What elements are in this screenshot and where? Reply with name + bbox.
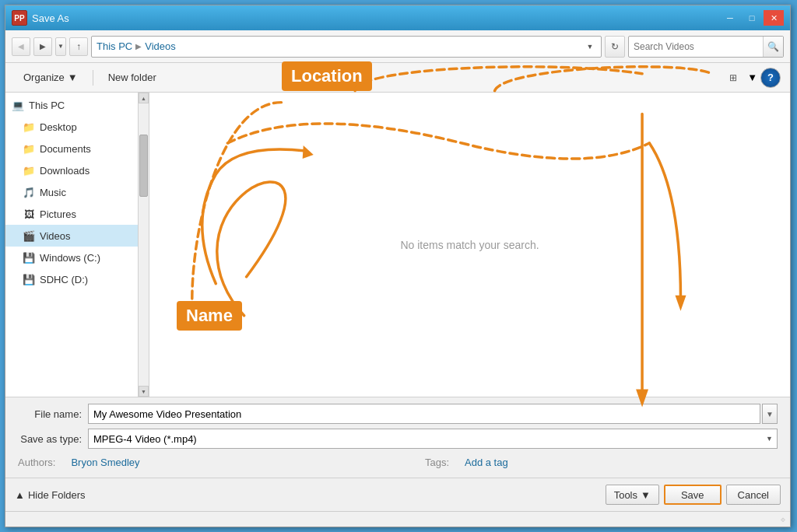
view-toggle-button[interactable]: ⊞ bbox=[722, 68, 744, 88]
resize-grip: ⟐ bbox=[781, 515, 785, 523]
title-bar-left: PP Save As bbox=[12, 10, 69, 26]
toolbar-right: ⊞ ▼ ? bbox=[722, 68, 781, 88]
cancel-button[interactable]: Cancel bbox=[726, 485, 781, 505]
maximize-button[interactable]: □ bbox=[742, 10, 762, 26]
hide-folders-button[interactable]: ▲ Hide Folders bbox=[15, 489, 86, 501]
forward-button[interactable]: ▶ bbox=[33, 37, 52, 56]
minimize-button[interactable]: ─ bbox=[720, 10, 740, 26]
sidebar-label-windows-c: Windows (C:) bbox=[40, 252, 100, 264]
title-controls: ─ □ ✕ bbox=[720, 10, 784, 26]
savetype-dropdown-wrapper: MPEG-4 Video (*.mp4) ▼ bbox=[88, 429, 778, 449]
empty-message: No items match your search. bbox=[400, 239, 539, 251]
scrollbar-thumb[interactable] bbox=[139, 135, 148, 197]
sidebar-label-sdhc-d: SDHC (D:) bbox=[40, 274, 88, 285]
app-icon: PP bbox=[12, 10, 27, 26]
refresh-button[interactable]: ↻ bbox=[605, 36, 625, 58]
hide-folders-arrow-icon: ▲ bbox=[15, 489, 25, 501]
sidebar-item-this-pc[interactable]: 💻 This PC bbox=[5, 94, 138, 116]
tools-button[interactable]: Tools ▼ bbox=[606, 485, 659, 505]
authors-value[interactable]: Bryon Smedley bbox=[71, 457, 139, 468]
save-button[interactable]: Save bbox=[664, 485, 722, 505]
sidebar-item-windows-c[interactable]: 💾 Windows (C:) bbox=[5, 247, 138, 268]
organize-dropdown-icon: ▼ bbox=[68, 72, 78, 83]
savetype-row: Save as type: MPEG-4 Video (*.mp4) ▼ bbox=[18, 429, 778, 449]
action-bar: ▲ Hide Folders Tools ▼ Save Cancel bbox=[5, 478, 790, 511]
file-area: No items match your search. bbox=[149, 93, 790, 397]
close-button[interactable]: ✕ bbox=[764, 10, 784, 26]
dialog-title: Save As bbox=[32, 12, 69, 24]
tools-label: Tools bbox=[614, 489, 637, 501]
sidebar-item-documents[interactable]: 📁 Documents bbox=[5, 138, 138, 159]
sidebar-item-videos[interactable]: 🎬 Videos bbox=[5, 225, 138, 247]
save-as-dialog: PP Save As ─ □ ✕ ◀ ▶ ▼ ↑ This PC ▶ Video… bbox=[5, 5, 791, 527]
help-button[interactable]: ? bbox=[760, 68, 781, 88]
music-icon: 🎵 bbox=[23, 186, 35, 198]
breadcrumb-separator-1: ▶ bbox=[135, 42, 142, 51]
pictures-icon: 🖼 bbox=[23, 208, 35, 220]
bottom-panel: File name: ▼ Save as type: MPEG-4 Video … bbox=[5, 397, 790, 478]
filename-row: File name: ▼ bbox=[18, 404, 778, 424]
breadcrumb: This PC ▶ Videos ▼ bbox=[91, 36, 602, 58]
breadcrumb-videos[interactable]: Videos bbox=[145, 40, 176, 52]
tags-value[interactable]: Add a tag bbox=[465, 457, 508, 468]
status-bar: ⟐ bbox=[5, 511, 790, 527]
svg-marker-1 bbox=[303, 145, 314, 159]
sidebar-scrollbar[interactable]: ▲ ▼ bbox=[138, 93, 149, 397]
filename-dropdown-arrow[interactable]: ▼ bbox=[762, 404, 778, 424]
search-input[interactable] bbox=[629, 41, 763, 52]
breadcrumb-dropdown[interactable]: ▼ bbox=[584, 40, 596, 54]
sidebar-label-music: Music bbox=[40, 187, 66, 198]
sidebar-label-documents: Documents bbox=[40, 143, 91, 155]
title-bar: PP Save As ─ □ ✕ bbox=[5, 5, 790, 30]
filename-label: File name: bbox=[18, 408, 88, 420]
windows-c-icon: 💾 bbox=[23, 251, 35, 264]
toolbar: Organize ▼ New folder ⊞ ▼ ? bbox=[5, 63, 790, 93]
videos-icon: 🎬 bbox=[23, 229, 35, 242]
desktop-icon: 📁 bbox=[23, 121, 35, 133]
sidebar-item-sdhc-d[interactable]: 💾 SDHC (D:) bbox=[5, 268, 138, 290]
address-bar: ◀ ▶ ▼ ↑ This PC ▶ Videos ▼ ↻ 🔍 bbox=[5, 30, 790, 63]
tools-dropdown-icon: ▼ bbox=[641, 489, 651, 501]
hide-folders-label: Hide Folders bbox=[28, 489, 86, 501]
toolbar-separator bbox=[93, 70, 93, 86]
search-icon: 🔍 bbox=[767, 41, 779, 52]
search-box: 🔍 bbox=[628, 36, 784, 58]
sidebar-label-videos: Videos bbox=[40, 230, 71, 242]
sidebar-item-music[interactable]: 🎵 Music bbox=[5, 181, 138, 203]
authors-label: Authors: bbox=[18, 457, 55, 468]
downloads-icon: 📁 bbox=[23, 164, 35, 177]
svg-marker-0 bbox=[675, 296, 686, 311]
sidebar: 💻 This PC 📁 Desktop 📁 Documents 📁 Downlo… bbox=[5, 93, 138, 397]
breadcrumb-this-pc[interactable]: This PC bbox=[97, 40, 132, 52]
up-button[interactable]: ↑ bbox=[69, 37, 88, 56]
search-button[interactable]: 🔍 bbox=[763, 37, 783, 57]
sidebar-item-downloads[interactable]: 📁 Downloads bbox=[5, 159, 138, 181]
documents-icon: 📁 bbox=[23, 142, 35, 155]
filename-input[interactable] bbox=[88, 404, 760, 424]
scrollbar-down-arrow[interactable]: ▼ bbox=[139, 386, 149, 397]
nav-history-dropdown[interactable]: ▼ bbox=[55, 37, 66, 56]
main-content: 💻 This PC 📁 Desktop 📁 Documents 📁 Downlo… bbox=[5, 93, 790, 397]
sidebar-label-desktop: Desktop bbox=[40, 121, 77, 133]
meta-row: Authors: Bryon Smedley Tags: Add a tag bbox=[18, 453, 778, 471]
sdhc-d-icon: 💾 bbox=[23, 273, 35, 285]
sidebar-label-pictures: Pictures bbox=[40, 208, 76, 220]
sidebar-label-downloads: Downloads bbox=[40, 165, 90, 177]
sidebar-item-pictures[interactable]: 🖼 Pictures bbox=[5, 203, 138, 225]
organize-label: Organize bbox=[23, 72, 65, 83]
organize-button[interactable]: Organize ▼ bbox=[15, 68, 86, 88]
this-pc-icon: 💻 bbox=[12, 99, 24, 111]
sidebar-label-this-pc: This PC bbox=[29, 100, 65, 111]
back-button[interactable]: ◀ bbox=[12, 37, 30, 56]
new-folder-button[interactable]: New folder bbox=[100, 68, 165, 88]
tags-label: Tags: bbox=[425, 457, 449, 468]
view-dropdown-icon: ▼ bbox=[747, 72, 757, 83]
savetype-label: Save as type: bbox=[18, 433, 88, 445]
sidebar-item-desktop[interactable]: 📁 Desktop bbox=[5, 116, 138, 138]
scrollbar-up-arrow[interactable]: ▲ bbox=[139, 93, 149, 103]
savetype-select[interactable]: MPEG-4 Video (*.mp4) bbox=[88, 429, 778, 449]
